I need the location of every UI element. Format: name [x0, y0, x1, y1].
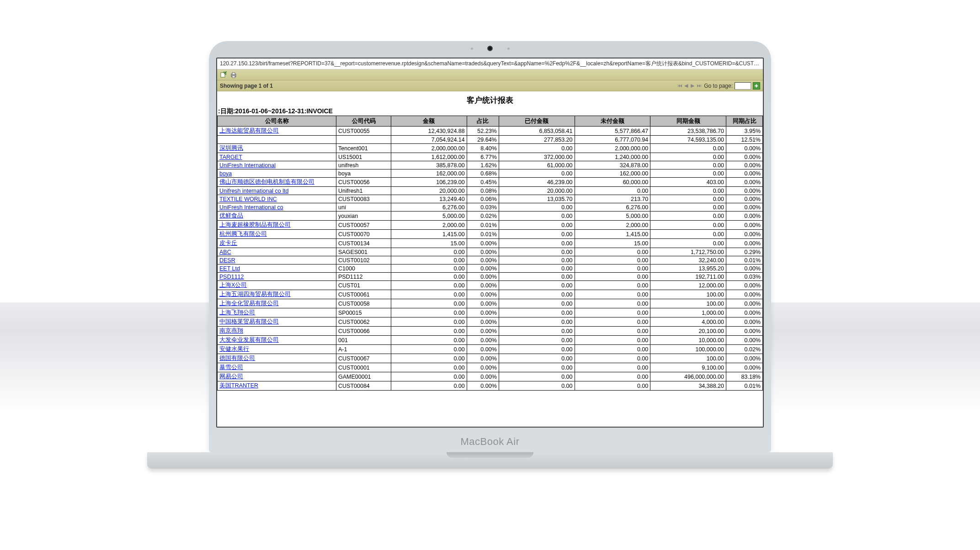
cell-pct: 0.00%: [467, 273, 499, 281]
company-link[interactable]: 皮卡丘: [219, 240, 237, 246]
cell-prevpct: 0.02%: [726, 345, 763, 354]
cell-code: CUST00055: [336, 127, 391, 136]
table-row: 上海X公司CUST010.000.00%0.000.0012,000.000.0…: [218, 281, 763, 290]
company-link[interactable]: EET Ltd: [219, 265, 240, 272]
cell-prevpct: 0.00%: [726, 363, 763, 372]
cell-paid: 0.00: [499, 169, 575, 178]
table-row: EET LtdC10000.000.00%0.000.0013,955.200.…: [218, 264, 763, 273]
company-link[interactable]: UniFresh International: [219, 162, 276, 169]
cell-code: PSD1112: [336, 273, 391, 281]
company-link[interactable]: 佛山市顺德区德创电机制造有限公司: [219, 179, 314, 185]
cell-code: Unifresh1: [336, 187, 391, 195]
company-link[interactable]: 网易公司: [219, 373, 243, 380]
cell-amount: 20,000.00: [391, 187, 467, 195]
cell-amount: 0.00: [391, 363, 467, 372]
cell-amount: 0.00: [391, 248, 467, 256]
cell-prev: 0.00: [650, 203, 726, 212]
col-prev-percentage: 同期占比: [726, 116, 763, 127]
company-link[interactable]: TARGET: [219, 154, 242, 160]
company-link[interactable]: UniFresh International co: [219, 204, 283, 211]
company-link[interactable]: 中国格莱贸易有限公司: [219, 318, 279, 325]
cell-paid: 277,853.20: [499, 136, 575, 144]
table-row: 德国有限公司CUST000670.000.00%0.000.00100.000.…: [218, 354, 763, 363]
export-icon[interactable]: [220, 71, 227, 79]
print-icon[interactable]: [230, 71, 237, 79]
cell-amount: 2,000,000.00: [391, 144, 467, 153]
company-link[interactable]: 上海全化贸易有限公司: [219, 300, 279, 307]
cell-amount: 0.00: [391, 273, 467, 281]
cell-paid: 61,000.00: [499, 161, 575, 169]
cell-prev: 10,000.00: [650, 336, 726, 345]
cell-unpaid: 0.00: [575, 248, 650, 256]
cell-paid: 0.00: [499, 299, 575, 308]
goto-page-input[interactable]: [735, 82, 751, 90]
company-link[interactable]: 安健水果行: [219, 346, 249, 352]
cell-pct: 0.00%: [467, 381, 499, 391]
cell-amount: 0.00: [391, 256, 467, 264]
cell-paid: 0.00: [499, 248, 575, 256]
cell-pct: 29.64%: [467, 136, 499, 144]
cell-unpaid: 0.00: [575, 281, 650, 290]
table-row: 7,054,924.1429.64%277,853.206,777,070.94…: [218, 136, 763, 144]
company-link[interactable]: 优鲜食品: [219, 212, 243, 219]
company-link[interactable]: 暴雪公司: [219, 364, 243, 370]
first-page-icon[interactable]: ⏮: [676, 83, 683, 89]
company-link[interactable]: 南京燕翔: [219, 328, 243, 334]
company-link[interactable]: PSD1112: [219, 274, 244, 280]
cell-pct: 0.00%: [467, 264, 499, 273]
cell-amount: 0.00: [391, 290, 467, 299]
cell-unpaid: 5,577,866.47: [575, 127, 650, 136]
col-company-code: 公司代码: [336, 116, 391, 127]
goto-page-button[interactable]: [753, 82, 760, 90]
cell-amount: 1,612,000.00: [391, 153, 467, 161]
cell-pct: 0.01%: [467, 221, 499, 230]
company-link[interactable]: 杭州腾飞有限公司: [219, 231, 267, 237]
cell-unpaid: 0.00: [575, 354, 650, 363]
cell-prev: 74,593,135.00: [650, 136, 726, 144]
prev-page-icon[interactable]: ◀: [683, 83, 689, 89]
company-link[interactable]: ABC: [219, 249, 231, 255]
company-link[interactable]: 上海达能贸易有限公司: [219, 127, 279, 134]
cell-code: CUST00057: [336, 221, 391, 230]
company-link[interactable]: 深圳腾讯: [219, 145, 243, 151]
table-row: 大发伞业发展有限公司0010.000.00%0.000.0010,000.000…: [218, 336, 763, 345]
company-link[interactable]: 上海五湖四海贸易有限公司: [219, 291, 291, 297]
table-row: 上海达能贸易有限公司CUST0005512,430,924.8852.23%6,…: [218, 127, 763, 136]
cell-prevpct: 0.00%: [726, 264, 763, 273]
cell-code: 001: [336, 336, 391, 345]
cell-paid: 0.00: [499, 381, 575, 391]
table-row: 上海五湖四海贸易有限公司CUST000610.000.00%0.000.0010…: [218, 290, 763, 299]
cell-code: CUST00102: [336, 256, 391, 264]
cell-paid: 0.00: [499, 221, 575, 230]
company-link[interactable]: Unifresh international co ltd: [219, 188, 288, 194]
cell-pct: 8.40%: [467, 144, 499, 153]
company-link[interactable]: 德国有限公司: [219, 355, 255, 361]
cell-prevpct: 0.00%: [726, 203, 763, 212]
company-link[interactable]: boya: [219, 170, 232, 177]
cell-unpaid: 2,000,000.00: [575, 144, 650, 153]
cell-paid: 0.00: [499, 372, 575, 381]
next-page-icon[interactable]: ▶: [689, 83, 696, 89]
address-bar[interactable]: 120.27.150.123/birt/frameset?REPORTID=37…: [217, 58, 763, 69]
cell-amount: 0.00: [391, 308, 467, 317]
cell-prev: 1,712,750.00: [650, 248, 726, 256]
company-link[interactable]: TEXTILE WORLD INC: [219, 196, 277, 202]
last-page-icon[interactable]: ⏭: [696, 83, 702, 89]
cell-prevpct: 0.00%: [726, 239, 763, 248]
sensor-icon: [507, 48, 510, 50]
cell-pct: 0.00%: [467, 256, 499, 264]
company-link[interactable]: 上海麦超橡胶制品有限公司: [219, 222, 291, 228]
cell-pct: 0.08%: [467, 187, 499, 195]
table-row: TEXTILE WORLD INCCUST0008313,249.400.06%…: [218, 195, 763, 203]
company-link[interactable]: 大发伞业发展有限公司: [219, 337, 279, 343]
cell-pct: 0.06%: [467, 195, 499, 203]
company-link[interactable]: 上海X公司: [219, 282, 247, 288]
cell-paid: 372,000.00: [499, 153, 575, 161]
cell-pct: 0.00%: [467, 345, 499, 354]
company-link[interactable]: DESR: [219, 257, 235, 264]
company-link[interactable]: 美国TRANTER: [219, 382, 258, 389]
company-link[interactable]: 上海飞翔公司: [219, 309, 255, 316]
cell-code: CUST00058: [336, 299, 391, 308]
cell-code: GAME00001: [336, 372, 391, 381]
cell-paid: 0.00: [499, 345, 575, 354]
